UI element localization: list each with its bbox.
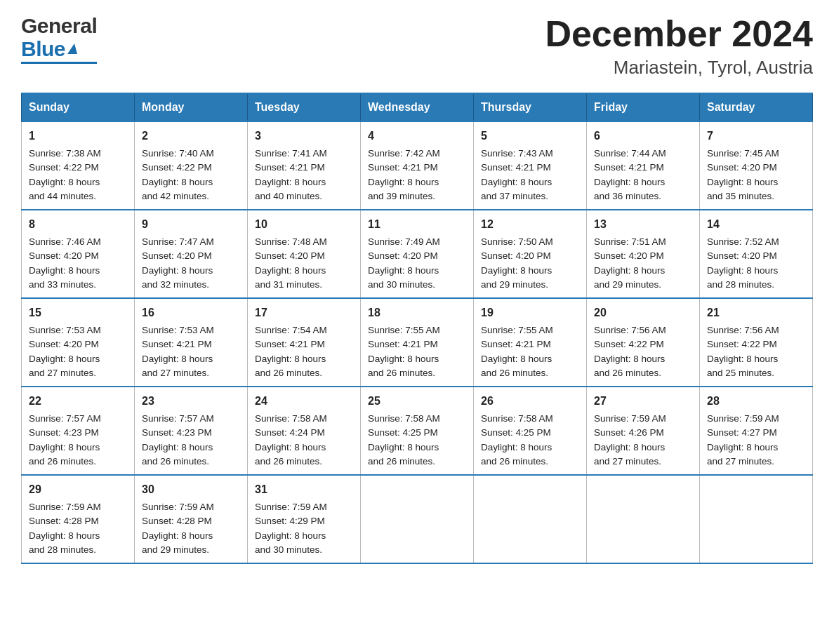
- calendar-cell: 26Sunrise: 7:58 AMSunset: 4:25 PMDayligh…: [474, 387, 587, 475]
- calendar-cell: 23Sunrise: 7:57 AMSunset: 4:23 PMDayligh…: [135, 387, 248, 475]
- day-number: 2: [142, 128, 240, 145]
- calendar-week-row: 1Sunrise: 7:38 AMSunset: 4:22 PMDaylight…: [22, 121, 813, 210]
- calendar-cell: 27Sunrise: 7:59 AMSunset: 4:26 PMDayligh…: [587, 387, 700, 475]
- calendar-week-row: 22Sunrise: 7:57 AMSunset: 4:23 PMDayligh…: [22, 387, 813, 475]
- day-info: Sunrise: 7:56 AMSunset: 4:22 PMDaylight:…: [707, 325, 779, 378]
- calendar-cell: 18Sunrise: 7:55 AMSunset: 4:21 PMDayligh…: [361, 298, 474, 387]
- location-title: Mariastein, Tyrol, Austria: [545, 57, 813, 79]
- day-number: 1: [29, 128, 127, 145]
- day-number: 6: [594, 128, 692, 145]
- day-number: 12: [481, 216, 579, 233]
- day-info: Sunrise: 7:54 AMSunset: 4:21 PMDaylight:…: [255, 325, 327, 378]
- day-number: 29: [29, 481, 127, 498]
- calendar-cell: 9Sunrise: 7:47 AMSunset: 4:20 PMDaylight…: [135, 210, 248, 298]
- day-info: Sunrise: 7:42 AMSunset: 4:21 PMDaylight:…: [368, 148, 440, 201]
- day-number: 13: [594, 216, 692, 233]
- calendar-cell: 29Sunrise: 7:59 AMSunset: 4:28 PMDayligh…: [22, 475, 135, 563]
- day-number: 3: [255, 128, 353, 145]
- calendar-week-row: 15Sunrise: 7:53 AMSunset: 4:20 PMDayligh…: [22, 298, 813, 387]
- calendar-cell: 15Sunrise: 7:53 AMSunset: 4:20 PMDayligh…: [22, 298, 135, 387]
- calendar-cell: 31Sunrise: 7:59 AMSunset: 4:29 PMDayligh…: [248, 475, 361, 563]
- calendar-cell: 2Sunrise: 7:40 AMSunset: 4:22 PMDaylight…: [135, 121, 248, 210]
- weekday-header-monday: Monday: [135, 93, 248, 121]
- day-number: 17: [255, 304, 353, 321]
- calendar-cell: 28Sunrise: 7:59 AMSunset: 4:27 PMDayligh…: [700, 387, 813, 475]
- calendar-cell: [700, 475, 813, 563]
- page-header: General Blue December 2024 Mariastein, T…: [21, 14, 813, 79]
- day-number: 8: [29, 216, 127, 233]
- day-number: 7: [707, 128, 805, 145]
- day-info: Sunrise: 7:58 AMSunset: 4:25 PMDaylight:…: [481, 413, 553, 467]
- day-number: 25: [368, 393, 466, 410]
- calendar-header-row: SundayMondayTuesdayWednesdayThursdayFrid…: [22, 93, 813, 121]
- weekday-header-saturday: Saturday: [700, 93, 813, 121]
- day-info: Sunrise: 7:55 AMSunset: 4:21 PMDaylight:…: [368, 325, 440, 378]
- day-info: Sunrise: 7:46 AMSunset: 4:20 PMDaylight:…: [29, 236, 101, 290]
- day-info: Sunrise: 7:51 AMSunset: 4:20 PMDaylight:…: [594, 236, 666, 290]
- day-info: Sunrise: 7:55 AMSunset: 4:21 PMDaylight:…: [481, 325, 553, 378]
- calendar-cell: 22Sunrise: 7:57 AMSunset: 4:23 PMDayligh…: [22, 387, 135, 475]
- day-number: 31: [255, 481, 353, 498]
- day-info: Sunrise: 7:38 AMSunset: 4:22 PMDaylight:…: [29, 148, 101, 201]
- day-info: Sunrise: 7:41 AMSunset: 4:21 PMDaylight:…: [255, 148, 327, 201]
- calendar-week-row: 29Sunrise: 7:59 AMSunset: 4:28 PMDayligh…: [22, 475, 813, 563]
- day-number: 10: [255, 216, 353, 233]
- logo-triangle-icon: [67, 43, 77, 54]
- calendar-cell: 5Sunrise: 7:43 AMSunset: 4:21 PMDaylight…: [474, 121, 587, 210]
- day-info: Sunrise: 7:50 AMSunset: 4:20 PMDaylight:…: [481, 236, 553, 290]
- day-number: 14: [707, 216, 805, 233]
- calendar-cell: 8Sunrise: 7:46 AMSunset: 4:20 PMDaylight…: [22, 210, 135, 298]
- calendar-cell: 17Sunrise: 7:54 AMSunset: 4:21 PMDayligh…: [248, 298, 361, 387]
- calendar-cell: 25Sunrise: 7:58 AMSunset: 4:25 PMDayligh…: [361, 387, 474, 475]
- day-info: Sunrise: 7:56 AMSunset: 4:22 PMDaylight:…: [594, 325, 666, 378]
- calendar-cell: 11Sunrise: 7:49 AMSunset: 4:20 PMDayligh…: [361, 210, 474, 298]
- day-info: Sunrise: 7:58 AMSunset: 4:24 PMDaylight:…: [255, 413, 327, 467]
- day-info: Sunrise: 7:59 AMSunset: 4:27 PMDaylight:…: [707, 413, 779, 467]
- logo: General Blue: [21, 14, 97, 64]
- calendar-cell: 7Sunrise: 7:45 AMSunset: 4:20 PMDaylight…: [700, 121, 813, 210]
- day-info: Sunrise: 7:45 AMSunset: 4:20 PMDaylight:…: [707, 148, 779, 201]
- calendar-cell: 20Sunrise: 7:56 AMSunset: 4:22 PMDayligh…: [587, 298, 700, 387]
- calendar-cell: 19Sunrise: 7:55 AMSunset: 4:21 PMDayligh…: [474, 298, 587, 387]
- calendar-cell: [361, 475, 474, 563]
- day-info: Sunrise: 7:44 AMSunset: 4:21 PMDaylight:…: [594, 148, 666, 201]
- month-title: December 2024: [545, 14, 813, 54]
- day-number: 11: [368, 216, 466, 233]
- calendar-cell: 14Sunrise: 7:52 AMSunset: 4:20 PMDayligh…: [700, 210, 813, 298]
- day-info: Sunrise: 7:48 AMSunset: 4:20 PMDaylight:…: [255, 236, 327, 290]
- day-number: 22: [29, 393, 127, 410]
- day-info: Sunrise: 7:59 AMSunset: 4:29 PMDaylight:…: [255, 502, 327, 555]
- day-number: 21: [707, 304, 805, 321]
- day-number: 20: [594, 304, 692, 321]
- weekday-header-sunday: Sunday: [22, 93, 135, 121]
- day-info: Sunrise: 7:58 AMSunset: 4:25 PMDaylight:…: [368, 413, 440, 467]
- logo-underline: [21, 62, 97, 64]
- calendar-cell: 4Sunrise: 7:42 AMSunset: 4:21 PMDaylight…: [361, 121, 474, 210]
- calendar-cell: 3Sunrise: 7:41 AMSunset: 4:21 PMDaylight…: [248, 121, 361, 210]
- calendar-cell: 13Sunrise: 7:51 AMSunset: 4:20 PMDayligh…: [587, 210, 700, 298]
- calendar-cell: 16Sunrise: 7:53 AMSunset: 4:21 PMDayligh…: [135, 298, 248, 387]
- day-info: Sunrise: 7:57 AMSunset: 4:23 PMDaylight:…: [29, 413, 101, 467]
- day-info: Sunrise: 7:47 AMSunset: 4:20 PMDaylight:…: [142, 236, 214, 290]
- day-number: 5: [481, 128, 579, 145]
- day-number: 19: [481, 304, 579, 321]
- weekday-header-friday: Friday: [587, 93, 700, 121]
- day-number: 16: [142, 304, 240, 321]
- day-info: Sunrise: 7:59 AMSunset: 4:28 PMDaylight:…: [142, 502, 214, 555]
- weekday-header-thursday: Thursday: [474, 93, 587, 121]
- day-number: 27: [594, 393, 692, 410]
- day-info: Sunrise: 7:53 AMSunset: 4:21 PMDaylight:…: [142, 325, 214, 378]
- day-info: Sunrise: 7:40 AMSunset: 4:22 PMDaylight:…: [142, 148, 214, 201]
- day-info: Sunrise: 7:59 AMSunset: 4:28 PMDaylight:…: [29, 502, 101, 555]
- day-number: 9: [142, 216, 240, 233]
- calendar-cell: 24Sunrise: 7:58 AMSunset: 4:24 PMDayligh…: [248, 387, 361, 475]
- day-info: Sunrise: 7:59 AMSunset: 4:26 PMDaylight:…: [594, 413, 666, 467]
- day-info: Sunrise: 7:52 AMSunset: 4:20 PMDaylight:…: [707, 236, 779, 290]
- logo-general: General: [21, 14, 97, 37]
- calendar-cell: 30Sunrise: 7:59 AMSunset: 4:28 PMDayligh…: [135, 475, 248, 563]
- calendar-table: SundayMondayTuesdayWednesdayThursdayFrid…: [21, 93, 813, 564]
- weekday-header-tuesday: Tuesday: [248, 93, 361, 121]
- calendar-cell: 6Sunrise: 7:44 AMSunset: 4:21 PMDaylight…: [587, 121, 700, 210]
- calendar-week-row: 8Sunrise: 7:46 AMSunset: 4:20 PMDaylight…: [22, 210, 813, 298]
- day-number: 23: [142, 393, 240, 410]
